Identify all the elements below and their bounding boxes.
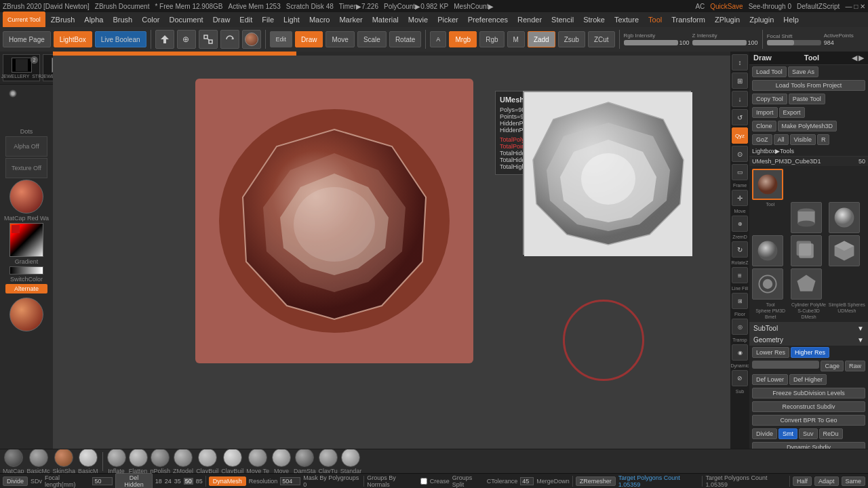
claybuild2-ball[interactable] <box>223 449 242 467</box>
preview-window[interactable] <box>523 91 691 255</box>
quicksave-label[interactable]: QuickSave <box>710 3 743 10</box>
gradient-bar[interactable] <box>9 266 43 274</box>
menu-stencil[interactable]: Stencil <box>547 14 578 25</box>
z-slider[interactable] <box>692 40 747 45</box>
icon-btn-grid2[interactable]: ⊞ <box>732 293 748 309</box>
freeze-subdiv-button[interactable]: Freeze SubDivision Levels <box>752 388 865 399</box>
icon-btn-transp[interactable]: ◎ <box>732 319 748 335</box>
tool-thumb-bmet[interactable] <box>752 268 783 300</box>
scale-button[interactable] <box>199 30 218 49</box>
flatten-ball[interactable] <box>129 449 148 467</box>
basicm-ball[interactable] <box>79 449 98 467</box>
menu-stroke[interactable]: Stroke <box>579 14 609 25</box>
icon-btn-2[interactable]: ⊞ <box>732 73 748 89</box>
goz-button[interactable]: GoZ <box>752 134 772 145</box>
icon-btn-4[interactable]: ↺ <box>732 109 748 125</box>
menu-zbrush[interactable]: ZBrush <box>47 14 79 25</box>
icon-btn-3[interactable]: ↓ <box>732 91 748 107</box>
make-polymesh-button[interactable]: Make PolyMesh3D <box>778 121 837 131</box>
smt-button[interactable]: Smt <box>778 428 797 439</box>
inflate-ball[interactable] <box>107 449 126 467</box>
dynamesh-status-button[interactable]: DynaMesh <box>209 476 246 486</box>
icon-btn-zremesh[interactable]: ⊕ <box>732 216 748 232</box>
copy-tool-button[interactable]: Copy Tool <box>752 94 787 104</box>
num-50[interactable]: 50 <box>184 478 193 485</box>
icon-btn-frame[interactable]: ▭ <box>732 164 748 180</box>
redu-button[interactable]: ReDu <box>819 428 843 439</box>
menu-draw[interactable]: Draw <box>209 14 235 25</box>
dynamic-subdiv-button[interactable]: Dynamic Subdiv <box>752 442 865 449</box>
lightbox-button[interactable]: LightBox <box>54 31 92 47</box>
damsta-ball[interactable] <box>295 449 314 467</box>
icon-btn-move[interactable]: ✛ <box>732 190 748 206</box>
model-container[interactable] <box>182 65 487 377</box>
menu-texture[interactable]: Texture <box>610 14 643 25</box>
matcap-bottom-ball[interactable] <box>4 449 23 467</box>
export-button[interactable]: Export <box>779 107 805 118</box>
load-tools-project-button[interactable]: Load Tools From Project <box>752 80 865 91</box>
r-button[interactable]: R <box>817 134 830 145</box>
menu-render[interactable]: Render <box>513 14 546 25</box>
menu-marker[interactable]: Marker <box>335 14 366 25</box>
move-button[interactable]: Move <box>326 31 354 47</box>
visible-button[interactable]: Visible <box>790 134 816 145</box>
texture-off-button[interactable]: Texture Off <box>5 158 47 178</box>
menu-alpha[interactable]: Alpha <box>80 14 107 25</box>
clone-button[interactable]: Clone <box>752 121 776 131</box>
menu-material[interactable]: Material <box>368 14 403 25</box>
icon-btn-linefill[interactable]: ≡ <box>732 267 748 283</box>
higher-res-button[interactable]: Higher Res <box>791 347 829 358</box>
menu-help[interactable]: Help <box>779 14 803 25</box>
rgb-button[interactable]: Rgb <box>479 31 504 47</box>
subtool-header[interactable]: SubTool ▼ <box>749 323 868 334</box>
viewport[interactable]: UMesh_PM3D_Cube3D1 Polys=982 Points=984 … <box>53 52 749 449</box>
alternate-button[interactable]: Alternate <box>5 284 47 293</box>
tool-thumb-sphere2[interactable] <box>752 235 783 266</box>
movete-ball[interactable] <box>248 449 267 467</box>
menu-picker[interactable]: Picker <box>433 14 462 25</box>
crease-checkbox[interactable] <box>420 478 427 485</box>
suv-button[interactable]: Suv <box>799 428 818 439</box>
def-lower-button[interactable]: Def Lower <box>752 374 788 385</box>
rotate-button[interactable] <box>220 30 239 49</box>
seethrough-label[interactable]: See-through 0 <box>749 3 791 10</box>
npolish-ball[interactable] <box>151 449 170 467</box>
ctolerance-input[interactable] <box>520 477 534 485</box>
lower-res-button[interactable]: Lower Res <box>752 347 789 358</box>
alpha-off-button[interactable]: Alpha Off <box>5 136 47 157</box>
menu-preferences[interactable]: Preferences <box>464 14 512 25</box>
tool-thumb-cylinder[interactable] <box>791 202 822 233</box>
edit-button[interactable]: Edit <box>270 31 293 47</box>
claytu-ball[interactable] <box>319 449 338 467</box>
focal-length-input[interactable] <box>92 477 113 485</box>
sphere-button[interactable] <box>242 30 261 49</box>
arrow-left-ctrl[interactable]: ◀ <box>852 54 857 62</box>
same-status-button[interactable]: Same <box>842 476 866 486</box>
a-button[interactable]: A <box>430 31 446 47</box>
zremesher-status-button[interactable]: ZRemesher <box>576 476 616 486</box>
menu-zplugin[interactable]: ZPlugin <box>711 14 744 25</box>
num-85[interactable]: 85 <box>196 478 203 485</box>
basicmc-ball[interactable] <box>29 449 48 467</box>
raw-button[interactable]: Raw <box>845 361 865 371</box>
zcut-button[interactable]: ZCut <box>588 31 615 47</box>
m-button[interactable]: M <box>507 31 525 47</box>
menu-macro[interactable]: Macro <box>305 14 334 25</box>
save-as-button[interactable]: Save As <box>788 66 818 77</box>
resolution-input[interactable] <box>280 477 300 485</box>
icon-btn-rotate2[interactable]: ↻ <box>732 241 748 258</box>
divide-button[interactable]: Divide <box>752 428 777 439</box>
load-tool-button[interactable]: Load Tool <box>752 66 787 77</box>
live-boolean-button[interactable]: Live Boolean <box>95 31 146 47</box>
skinfsha-ball[interactable] <box>54 449 73 467</box>
thumb-2[interactable]: JEWELLERY_STR <box>43 54 53 81</box>
sdiv-slider[interactable] <box>752 361 819 369</box>
rotate-text-button[interactable]: Rotate <box>389 31 421 47</box>
win-controls[interactable]: — □ ✕ <box>845 3 865 10</box>
menu-document[interactable]: Document <box>165 14 208 25</box>
menu-brush[interactable]: Brush <box>108 14 136 25</box>
standard-ball[interactable] <box>341 449 360 467</box>
color-picker-button[interactable] <box>9 223 43 257</box>
del-hidden-button[interactable]: Del Hidden <box>115 473 152 489</box>
move-up-button[interactable] <box>155 30 174 49</box>
